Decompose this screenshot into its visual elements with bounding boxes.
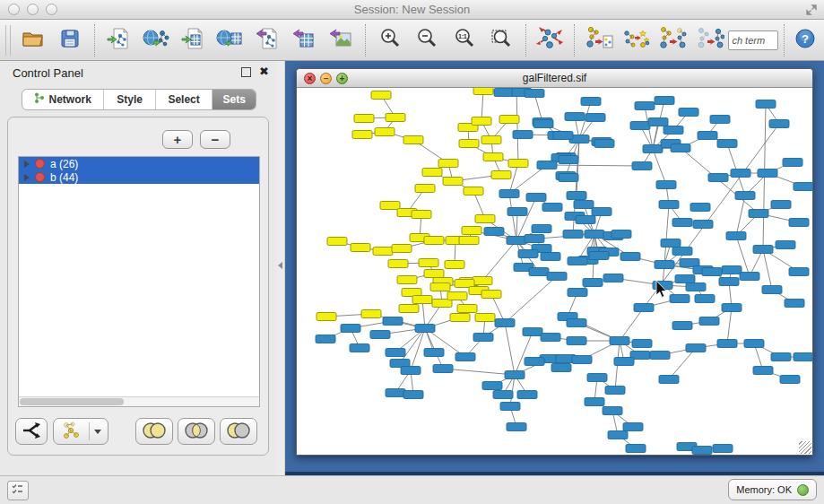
zoom-window-button[interactable]	[46, 4, 57, 15]
set-label: a (26)	[50, 158, 78, 170]
new-network-from-selection-icon	[585, 25, 613, 56]
toolbar-drag-handle[interactable]	[5, 25, 11, 56]
titlebar[interactable]: Session: New Session	[0, 0, 824, 20]
first-neighbors-button[interactable]	[655, 22, 691, 58]
maximize-view-button[interactable]: +	[336, 73, 348, 84]
set-row-a[interactable]: a (26)	[19, 157, 259, 170]
status-bar: Memory: OK	[0, 475, 824, 504]
import-network-web-icon	[143, 27, 169, 54]
split-set-button[interactable]	[15, 418, 48, 445]
window-controls	[8, 4, 57, 15]
create-set-from-network-button[interactable]	[53, 418, 108, 445]
network-view-window[interactable]: × – + galFiltered.sif	[296, 68, 813, 456]
sets-panel: + − a (26) b (44)	[7, 117, 269, 456]
tab-network[interactable]: Network	[22, 90, 104, 109]
sets-list[interactable]: a (26) b (44)	[18, 156, 260, 407]
toolbar-separator	[365, 24, 366, 56]
remove-set-button[interactable]: −	[200, 130, 230, 149]
save-floppy-icon	[59, 28, 81, 53]
import-network-web-button[interactable]	[137, 22, 174, 58]
zoom-selected-button[interactable]	[482, 22, 519, 58]
toolbar-separator	[525, 24, 526, 56]
expand-arrow-icon[interactable]	[24, 174, 30, 181]
save-session-button[interactable]	[51, 22, 88, 58]
float-panel-icon[interactable]	[241, 67, 251, 77]
intersection-icon	[183, 421, 210, 443]
help-icon: ?	[794, 28, 816, 53]
chevron-down-icon[interactable]	[94, 430, 101, 434]
collapse-panel-icon[interactable]	[278, 262, 282, 269]
checklist-icon	[12, 482, 24, 499]
import-table-web-button[interactable]	[212, 22, 248, 58]
add-set-button[interactable]: +	[162, 130, 193, 149]
yellow-network-icon	[61, 421, 84, 443]
network-canvas[interactable]	[297, 88, 812, 455]
hide-selected-icon	[696, 25, 724, 56]
network-desktop: × – + galFiltered.sif	[285, 61, 824, 475]
zoom-selected-icon	[490, 27, 513, 54]
import-table-file-button[interactable]	[174, 22, 211, 58]
minimize-view-button[interactable]: –	[320, 73, 332, 84]
set-color-dot	[35, 172, 45, 182]
export-image-button[interactable]	[323, 22, 360, 58]
close-window-button[interactable]	[8, 4, 20, 15]
tab-style[interactable]: Style	[104, 90, 156, 109]
select-by-style-button[interactable]	[617, 22, 654, 58]
set-color-dot	[35, 159, 45, 169]
zoom-in-button[interactable]	[371, 22, 408, 58]
minimize-window-button[interactable]	[27, 4, 39, 15]
horizontal-scrollbar[interactable]	[19, 396, 259, 406]
zoom-out-button[interactable]	[409, 22, 446, 58]
zoom-out-icon	[415, 27, 438, 54]
control-panel-header: Control Panel ✖	[0, 61, 276, 84]
intersection-sets-button[interactable]	[178, 418, 215, 445]
export-table-icon	[291, 27, 317, 54]
network-window-controls: × – +	[304, 73, 348, 84]
tab-sets[interactable]: Sets	[213, 90, 256, 109]
application-window: Session: New Session	[0, 0, 824, 504]
new-network-from-selection-button[interactable]	[580, 22, 617, 58]
apply-layout-icon	[535, 25, 564, 56]
button-divider	[89, 422, 90, 440]
expand-arrow-icon[interactable]	[24, 161, 30, 168]
set-row-b[interactable]: b (44)	[19, 170, 259, 184]
memory-status-button[interactable]: Memory: OK	[728, 479, 817, 500]
network-window-titlebar[interactable]: × – + galFiltered.sif	[297, 69, 812, 88]
search-input[interactable]	[728, 30, 778, 50]
network-window-title: galFiltered.sif	[523, 72, 586, 84]
hide-selected-button[interactable]	[691, 22, 728, 58]
scrollbar-thumb[interactable]	[20, 398, 124, 405]
first-neighbors-icon	[658, 25, 687, 56]
tab-network-label: Network	[48, 93, 91, 106]
import-network-file-button[interactable]	[100, 22, 137, 58]
export-network-button[interactable]	[248, 22, 285, 58]
toolbar-separator	[784, 24, 785, 56]
tab-select-label: Select	[168, 93, 199, 106]
zoom-actual-size-icon: 1:1	[453, 27, 476, 54]
window-resize-grip[interactable]	[799, 441, 811, 454]
apply-layout-button[interactable]	[532, 22, 568, 58]
union-sets-button[interactable]	[135, 418, 173, 445]
help-button[interactable]: ?	[790, 22, 820, 58]
tab-select[interactable]: Select	[156, 90, 213, 109]
task-history-button[interactable]	[7, 481, 29, 500]
import-table-web-icon	[216, 27, 243, 54]
fullscreen-icon[interactable]	[804, 3, 819, 17]
union-icon	[141, 421, 168, 443]
network-graph[interactable]	[297, 88, 812, 455]
difference-icon	[225, 421, 252, 443]
export-table-button[interactable]	[285, 22, 322, 58]
main-toolbar: 1:1	[0, 20, 824, 61]
open-session-button[interactable]	[14, 22, 51, 58]
memory-label: Memory: OK	[736, 484, 792, 495]
control-panel: Control Panel ✖ Network Style Select Set…	[0, 61, 276, 475]
zoom-actual-size-button[interactable]: 1:1	[446, 22, 482, 58]
control-panel-tabbar: Network Style Select Sets	[22, 89, 256, 110]
tab-style-label: Style	[117, 93, 143, 106]
panel-splitter[interactable]	[276, 61, 285, 475]
difference-sets-button[interactable]	[220, 418, 257, 445]
memory-ok-indicator	[797, 484, 809, 496]
svg-text:?: ?	[802, 31, 809, 45]
close-view-button[interactable]: ×	[304, 73, 316, 84]
close-panel-icon[interactable]: ✖	[259, 65, 269, 78]
